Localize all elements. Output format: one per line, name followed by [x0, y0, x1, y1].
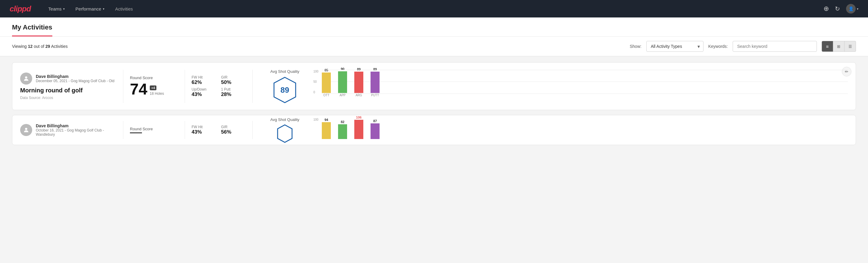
bar2-putt: 87 — [371, 119, 379, 139]
bar2-arg: 106 — [354, 116, 363, 139]
round-score-label: Round Score — [130, 76, 178, 80]
round-score-section: Round Score 74 +4 18 Holes — [130, 76, 178, 97]
activities-label: Activities — [115, 6, 133, 11]
svg-point-2 — [25, 128, 27, 130]
view-toggle-buttons: ≡ ⊞ ☰ — [822, 41, 856, 52]
card-divider-1 — [123, 70, 123, 103]
bar-label-putt: PUTT — [371, 94, 379, 97]
add-circle-icon[interactable]: ⊕ — [824, 5, 829, 12]
svg-point-0 — [25, 77, 27, 79]
nav-item-activities[interactable]: Activities — [110, 0, 138, 18]
fw-hit-value: 62% — [192, 80, 216, 85]
avatar-2 — [20, 124, 32, 136]
nav-item-teams[interactable]: Teams ▾ — [43, 0, 70, 18]
score-number: 74 — [130, 81, 147, 97]
oneputt-value: 28% — [221, 91, 246, 97]
updown-value: 43% — [192, 91, 216, 97]
card-title: Morning round of golf — [20, 87, 116, 94]
page-header: My Activities — [0, 18, 868, 37]
viewing-text: Viewing 12 out of 29 Activities — [12, 44, 68, 49]
user-name-2: Dave Billingham — [36, 123, 116, 128]
stats-section: FW Hit 62% GIR 50% Up/Down 43% 1 Putt 28… — [192, 75, 246, 97]
nav-item-performance[interactable]: Performance ▾ — [70, 0, 110, 18]
bar2-app: 82 — [338, 120, 347, 139]
search-input[interactable] — [733, 41, 817, 52]
bar-label-ott: OTT — [323, 94, 329, 97]
user-avatar[interactable]: 👤 ▾ — [846, 4, 858, 13]
view-grid-button[interactable]: ⊞ — [833, 41, 844, 52]
avatar — [20, 72, 32, 85]
card-left-section: Dave Billingham December 05, 2021 - Gog … — [20, 72, 116, 100]
view-compact-button[interactable]: ☰ — [844, 41, 856, 52]
quality-score: 89 — [281, 85, 289, 95]
card-divider-3 — [252, 70, 253, 103]
user-name: Dave Billingham — [36, 74, 114, 79]
hexagon: 89 — [273, 77, 297, 103]
card2-left-section: Dave Billingham October 16, 2021 - Gog M… — [20, 123, 116, 137]
user-date-2: October 16, 2021 - Gog Magog Golf Club -… — [36, 128, 116, 137]
gir-value: 50% — [221, 80, 246, 85]
activity-card: ✏ Dave Billingham December 05, 2021 - Go… — [12, 62, 856, 110]
refresh-icon[interactable]: ↻ — [835, 5, 840, 12]
bar-chart: 100 50 0 85 — [310, 70, 848, 103]
avg-shot-label: Avg Shot Quality — [270, 69, 300, 74]
holes-label: 18 Holes — [150, 91, 164, 96]
activity-card-2: Dave Billingham October 16, 2021 - Gog M… — [12, 115, 856, 145]
bar-label-app: APP — [340, 94, 346, 97]
svg-marker-3 — [278, 125, 292, 142]
card2-stats: FW Hit 43% GIR 56% — [192, 125, 246, 135]
chevron-down-icon: ▾ — [857, 7, 858, 10]
fw-hit-label: FW Hit — [192, 75, 216, 80]
view-list-button[interactable]: ≡ — [822, 41, 833, 52]
teams-label: Teams — [49, 6, 62, 11]
logo[interactable]: clippd — [10, 4, 31, 13]
bar-chart-2: 100 94 82 106 87 — [310, 118, 848, 142]
bar-label-arg: ARG — [355, 94, 362, 97]
bar-arg: 89 ARG — [354, 67, 363, 97]
oneputt-label: 1 Putt — [221, 87, 246, 91]
chevron-down-icon: ▾ — [63, 7, 65, 10]
bar-ott: 85 OTT — [322, 68, 331, 97]
updown-label: Up/Down — [192, 87, 216, 91]
chevron-down-icon: ▾ — [103, 7, 104, 10]
page-title: My Activities — [12, 18, 52, 36]
keywords-label: Keywords: — [708, 44, 728, 49]
gir-label: GIR — [221, 75, 246, 80]
score-badge: +4 — [150, 85, 157, 90]
bar2-ott: 94 — [322, 118, 331, 139]
card-divider-2 — [185, 70, 185, 103]
data-source: Data Source: Arccos — [20, 96, 116, 100]
bar-app: 90 APP — [338, 67, 347, 97]
user-date: December 05, 2021 - Gog Magog Golf Club … — [36, 79, 114, 83]
activity-type-dropdown[interactable]: All Activity Types — [646, 41, 704, 52]
activity-type-dropdown-wrapper[interactable]: All Activity Types ▾ — [646, 41, 704, 52]
show-label: Show: — [630, 44, 642, 49]
card2-score-section: Round Score — [130, 127, 178, 133]
card2-shot-quality: Avg Shot Quality — [259, 117, 310, 143]
navbar: clippd Teams ▾ Performance ▾ Activities … — [0, 0, 868, 18]
performance-label: Performance — [75, 6, 101, 11]
toolbar: Viewing 12 out of 29 Activities Show: Al… — [0, 37, 868, 56]
bar-putt: 89 PUTT — [371, 67, 379, 97]
shot-quality-section: Avg Shot Quality 89 — [259, 69, 310, 103]
activities-list: ✏ Dave Billingham December 05, 2021 - Go… — [0, 56, 868, 156]
